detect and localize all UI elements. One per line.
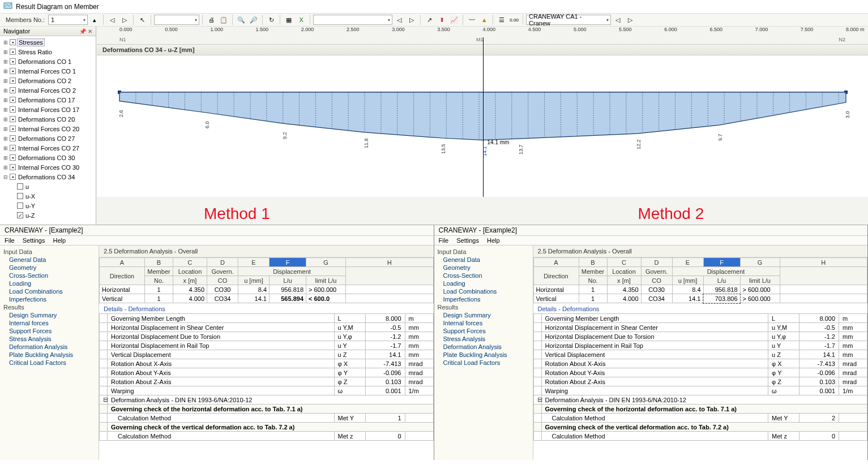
tree-item[interactable]: ⊞▪Deformations CO 30 xyxy=(1,153,95,162)
tree-item[interactable]: ⊞▪Internal Forces CO 2 xyxy=(1,85,95,95)
pin-icon[interactable]: 📌 ✕ xyxy=(79,28,92,35)
tree-item[interactable]: Design Summary xyxy=(3,311,95,319)
tree-item[interactable]: ⊞▪Deformations CO 20 xyxy=(1,114,95,124)
arrow-icon[interactable]: ↗ xyxy=(424,14,435,25)
list-icon[interactable]: ☰ xyxy=(496,14,507,25)
tree-item[interactable]: Imperfections xyxy=(3,295,95,303)
prev-button[interactable]: ◁ xyxy=(106,14,118,25)
tree-item[interactable]: Geometry xyxy=(438,264,529,272)
pick-icon[interactable]: ↖ xyxy=(136,14,148,25)
members-dropdown[interactable]: 1 xyxy=(48,15,88,25)
menu-item[interactable]: Help xyxy=(53,237,66,244)
tree-item[interactable]: Geometry xyxy=(3,264,95,272)
ruler-tick: 5.000 xyxy=(574,27,587,32)
value-icon[interactable]: 0.00 xyxy=(508,14,520,25)
details-table[interactable]: Governing Member LengthL8.000mHorizontal… xyxy=(533,313,868,441)
excel-icon[interactable]: X xyxy=(296,14,307,25)
tree-item[interactable]: Design Summary xyxy=(438,311,529,319)
next2-button[interactable]: ▷ xyxy=(406,14,417,25)
zoom-in-icon[interactable]: 🔍 xyxy=(236,14,247,25)
tree-item[interactable]: ⊞▪Deformations CO 2 xyxy=(1,76,95,85)
max-icon[interactable]: ⬍ xyxy=(436,14,447,25)
ruler-tick: 6.500 xyxy=(709,27,722,32)
tree-child[interactable]: ✓u-Z xyxy=(1,210,95,220)
analysis-dropdown[interactable]: CRANEWAY CA1 - Cranew xyxy=(526,15,611,25)
navigator-tree[interactable]: ⊞▪Stresses⊞▪Stress Ratio⊞▪Deformations C… xyxy=(0,36,96,225)
tree-item[interactable]: Imperfections xyxy=(438,295,529,303)
menu-item[interactable]: File xyxy=(5,237,15,244)
tree-item[interactable]: ⊞▪Deformations CO 27 xyxy=(1,134,95,143)
tree-item[interactable]: ⊞▪Internal Forces CO 20 xyxy=(1,124,95,134)
details-table[interactable]: Governing Member LengthL8.000mHorizontal… xyxy=(99,313,434,441)
tree-item[interactable]: Load Combinations xyxy=(438,287,529,295)
tree-item[interactable]: Deformation Analysis xyxy=(3,343,95,351)
app-title: CRANEWAY - [Example2] xyxy=(434,225,868,236)
next-button[interactable]: ▷ xyxy=(119,14,130,25)
tree-item[interactable]: ⊞▪Internal Forces CO 1 xyxy=(1,66,95,76)
cursor-line[interactable] xyxy=(483,37,484,197)
tree-item[interactable]: ⊞▪Stresses xyxy=(1,37,95,47)
tree-item[interactable]: General Data xyxy=(3,256,95,264)
menu-item[interactable]: Settings xyxy=(456,237,479,244)
tree-item[interactable]: Critical Load Factors xyxy=(438,359,529,367)
refresh-icon[interactable]: ↻ xyxy=(266,14,277,25)
menu-item[interactable]: Help xyxy=(487,237,500,244)
tree-item[interactable]: ⊞▪Stress Ratio xyxy=(1,47,95,57)
tree-item[interactable]: Stress Analysis xyxy=(3,335,95,343)
section-title: 2.5 Deformation Analysis - Overall xyxy=(99,246,434,257)
method-1-panel: Method 1 CRANEWAY - [Example2] FileSetti… xyxy=(0,225,434,460)
ruler-tick: 2.000 xyxy=(301,27,314,32)
main-toolbar: Members No.: 1 ▴ ◁ ▷ ↖ 🖨 📋 🔍 🔎 ↻ ▦ X ◁ ▷… xyxy=(0,13,868,27)
max-value-label: 14.1 mm xyxy=(488,139,510,145)
tree-child[interactable]: u-Y xyxy=(1,201,95,210)
clipboard-icon[interactable]: 📋 xyxy=(218,14,229,25)
menu-item[interactable]: Settings xyxy=(23,237,45,244)
tree-item[interactable]: Stress Analysis xyxy=(438,335,529,343)
tree-item[interactable]: Plate Buckling Analysis xyxy=(438,351,529,359)
tree-item[interactable]: Load Combinations xyxy=(3,287,95,295)
tree-item[interactable]: Deformation Analysis xyxy=(438,343,529,351)
summary-table[interactable]: ABCDEFGH Direction MemberLocationGovern.… xyxy=(99,257,434,303)
results-header: Results xyxy=(438,303,529,311)
tree-item[interactable]: Cross-Section xyxy=(3,272,95,279)
diagram-plot[interactable]: 2.66.09.211.813.514.113.712.29.73.014.1 … xyxy=(97,55,868,197)
menu-item[interactable]: File xyxy=(439,237,449,244)
app-title: CRANEWAY - [Example2] xyxy=(0,225,434,236)
tree-item[interactable]: Cross-Section xyxy=(438,272,529,279)
tree-item[interactable]: Critical Load Factors xyxy=(3,359,95,367)
tree-item[interactable]: Internal forces xyxy=(3,319,95,327)
tree-item[interactable]: ⊟▪Deformations CO 34 xyxy=(1,172,95,182)
tree-item[interactable]: ⊞▪Internal Forces CO 30 xyxy=(1,162,95,172)
marker-icon[interactable]: ▲ xyxy=(478,14,490,25)
next3-button[interactable]: ▷ xyxy=(625,14,636,25)
zoom-out-icon[interactable]: 🔎 xyxy=(248,14,259,25)
empty-dropdown-2[interactable] xyxy=(313,15,392,25)
tree-item[interactable]: Loading xyxy=(3,279,95,287)
prev2-button[interactable]: ◁ xyxy=(394,14,405,25)
summary-table[interactable]: ABCDEFGH Direction MemberLocationGovern.… xyxy=(533,257,868,303)
ruler-tick: 7.500 xyxy=(801,27,814,32)
tree-item[interactable]: ⊞▪Deformations CO 17 xyxy=(1,95,95,105)
tree-item[interactable]: Loading xyxy=(438,279,529,287)
prev3-button[interactable]: ◁ xyxy=(612,14,623,25)
tree-item[interactable]: Support Forces xyxy=(438,327,529,335)
tree-item[interactable]: Support Forces xyxy=(3,327,95,335)
empty-dropdown-1[interactable] xyxy=(154,15,199,25)
tree-item[interactable]: Plate Buckling Analysis xyxy=(3,351,95,359)
tree-child[interactable]: u-X xyxy=(1,191,95,201)
result-diagram-window: Result Diagram on Member Members No.: 1 … xyxy=(0,0,868,225)
tree-item[interactable]: ⊞▪Internal Forces CO 27 xyxy=(1,143,95,153)
table-icon[interactable]: ▦ xyxy=(283,14,294,25)
chart-icon[interactable]: 📈 xyxy=(448,14,460,25)
diagram-pane: N1 M1 N2 0.0000.5001.0001.5002.0002.5003… xyxy=(96,27,868,225)
print-icon[interactable]: 🖨 xyxy=(206,14,217,25)
plot-value-label: 9.7 xyxy=(717,134,723,141)
tree-child[interactable]: u xyxy=(1,182,95,191)
app-icon xyxy=(3,1,12,12)
smooth-icon[interactable]: 〰 xyxy=(466,14,477,25)
tree-item[interactable]: ⊞▪Internal Forces CO 17 xyxy=(1,105,95,114)
tree-item[interactable]: Internal forces xyxy=(438,319,529,327)
spinner-up-button[interactable]: ▴ xyxy=(89,14,100,25)
tree-item[interactable]: General Data xyxy=(438,256,529,264)
tree-item[interactable]: ⊞▪Deformations CO 1 xyxy=(1,57,95,66)
